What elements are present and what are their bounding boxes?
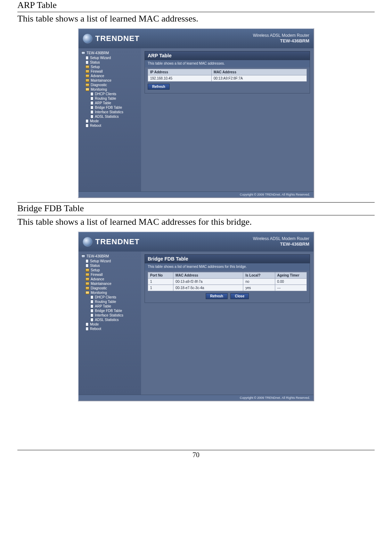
- nav-item-diagnostic[interactable]: Diagnostic: [81, 83, 139, 87]
- nav-item-reboot[interactable]: Reboot: [81, 123, 139, 128]
- nav-tree: TEW-436BRM Setup Wizard Status Setup Fir…: [79, 252, 141, 395]
- refresh-button[interactable]: Refresh: [148, 84, 170, 90]
- file-icon: [85, 56, 89, 60]
- nav-label: Monitoring: [91, 291, 107, 295]
- nav-item-reboot[interactable]: Reboot: [81, 327, 139, 331]
- fdb-col-mac: MAC Address: [173, 272, 243, 279]
- folder-icon: [85, 74, 89, 77]
- file-icon: [90, 300, 93, 304]
- fdb-port-cell: 1: [148, 279, 173, 285]
- fdb-port-cell: 1: [148, 285, 173, 291]
- router-header: TRENDNET Wireless ADSL Modem Router TEW-…: [79, 29, 313, 48]
- nav-item-firewall[interactable]: Firewall: [81, 272, 139, 277]
- brand-model: TEW-436BRM: [253, 38, 309, 44]
- folder-icon: [85, 79, 89, 82]
- pc-icon: [81, 51, 85, 55]
- section-desc-arp: This table shows a list of learned MAC a…: [17, 14, 375, 24]
- nav-sub-routing-table[interactable]: Routing Table: [81, 299, 139, 304]
- nav-item-setup-wizard[interactable]: Setup Wizard: [81, 259, 139, 263]
- nav-item-maintainance[interactable]: Maintainance: [81, 78, 139, 83]
- arp-ip-cell: 192.168.10.45: [148, 75, 212, 82]
- nav-label: Setup: [91, 268, 100, 272]
- nav-item-firewall[interactable]: Firewall: [81, 69, 139, 74]
- nav-label: Mode: [90, 119, 99, 123]
- screenshot-arp: TRENDNET Wireless ADSL Modem Router TEW-…: [78, 28, 314, 198]
- panel-desc-arp: This table shows a list of learned MAC a…: [145, 60, 310, 67]
- nav-sub-adsl-statistics[interactable]: ADSL Statistics: [81, 114, 139, 119]
- nav-sub-adsl-statistics[interactable]: ADSL Statistics: [81, 318, 139, 322]
- nav-root[interactable]: TEW-436BRM: [81, 51, 139, 55]
- globe-icon: [83, 237, 92, 247]
- nav-label: Routing Table: [95, 97, 116, 100]
- folder-open-icon: [85, 88, 89, 91]
- nav-item-setup[interactable]: Setup: [81, 65, 139, 69]
- nav-label: Maintainance: [91, 79, 111, 82]
- nav-item-setup-wizard[interactable]: Setup Wizard: [81, 56, 139, 60]
- nav-item-advance[interactable]: Advance: [81, 277, 139, 281]
- nav-label: DHCP Clients: [95, 92, 116, 96]
- nav-item-advance[interactable]: Advance: [81, 74, 139, 78]
- nav-label: Status: [90, 264, 100, 268]
- main-panel-arp: ARP Table This table shows a list of lea…: [141, 48, 313, 191]
- file-icon: [85, 119, 89, 123]
- close-button[interactable]: Close: [230, 293, 249, 299]
- arp-table: IP Address MAC Address 192.168.10.45 00:…: [148, 69, 307, 82]
- nav-sub-dhcp-clients[interactable]: DHCP Clients: [81, 295, 139, 299]
- nav-tree: TEW-436BRM Setup Wizard Status Setup Fir…: [79, 48, 141, 191]
- section-title-fdb: Bridge FDB Table: [17, 203, 375, 215]
- table-row: 1 00-18-e7-5c-3c-4a yes ---: [148, 285, 307, 291]
- nav-label: Bridge FDB Table: [95, 106, 122, 109]
- nav-item-monitoring[interactable]: Monitoring: [81, 87, 139, 92]
- file-icon: [85, 259, 89, 263]
- folder-icon: [85, 278, 89, 281]
- nav-label: Monitoring: [91, 88, 107, 91]
- nav-sub-interface-statistics[interactable]: Interface Statistics: [81, 313, 139, 318]
- nav-sub-dhcp-clients[interactable]: DHCP Clients: [81, 92, 139, 96]
- brand-logo: TRENDNET: [83, 237, 140, 247]
- fdb-local-cell: yes: [243, 285, 275, 291]
- fdb-table: Port No MAC Address Is Local? Ageing Tim…: [148, 272, 307, 291]
- table-row: 1 00-13-a9-f2-8f-7a no 0.00: [148, 279, 307, 285]
- nav-item-maintainance[interactable]: Maintainance: [81, 281, 139, 286]
- nav-item-monitoring[interactable]: Monitoring: [81, 290, 139, 295]
- folder-icon: [85, 65, 89, 68]
- refresh-button[interactable]: Refresh: [206, 293, 228, 299]
- nav-item-status[interactable]: Status: [81, 60, 139, 65]
- main-panel-fdb: Bridge FDB Table This table shows a list…: [141, 252, 313, 395]
- nav-item-mode[interactable]: Mode: [81, 322, 139, 327]
- nav-label: DHCP Clients: [95, 295, 116, 299]
- router-footer: Copyright © 2009 TRENDnet. All Rights Re…: [79, 395, 313, 401]
- file-icon: [90, 313, 93, 317]
- panel-title-arp: ARP Table: [145, 51, 310, 60]
- brand-name: TRENDNET: [95, 237, 140, 246]
- folder-icon: [85, 287, 89, 290]
- nav-sub-routing-table[interactable]: Routing Table: [81, 96, 139, 101]
- fdb-ageing-cell: ---: [275, 285, 307, 291]
- nav-item-setup[interactable]: Setup: [81, 268, 139, 272]
- folder-icon: [85, 282, 89, 285]
- fdb-col-ageing: Ageing Timer: [275, 272, 307, 279]
- nav-label: Routing Table: [95, 300, 116, 304]
- file-icon: [90, 97, 93, 100]
- brand-model: TEW-436BRM: [253, 241, 309, 247]
- nav-item-status[interactable]: Status: [81, 263, 139, 268]
- globe-icon: [83, 34, 92, 43]
- brand-product: Wireless ADSL Modem Router: [253, 236, 309, 242]
- file-icon: [90, 115, 93, 118]
- file-icon: [85, 264, 89, 268]
- table-row: 192.168.10.45 00:13:A9:F2:8F:7A: [148, 75, 307, 82]
- nav-label: Firewall: [91, 69, 103, 73]
- nav-sub-arp-table[interactable]: ARP Table: [81, 101, 139, 105]
- nav-item-mode[interactable]: Mode: [81, 119, 139, 123]
- nav-root[interactable]: TEW-436BRM: [81, 254, 139, 258]
- nav-item-diagnostic[interactable]: Diagnostic: [81, 286, 139, 290]
- nav-sub-interface-statistics[interactable]: Interface Statistics: [81, 110, 139, 114]
- nav-sub-bridge-fdb-table[interactable]: Bridge FDB Table: [81, 105, 139, 110]
- folder-icon: [85, 273, 89, 276]
- file-icon: [85, 124, 89, 127]
- section-divider: [17, 202, 375, 203]
- nav-sub-bridge-fdb-table[interactable]: Bridge FDB Table: [81, 308, 139, 313]
- nav-label: Reboot: [90, 327, 101, 331]
- nav-sub-arp-table[interactable]: ARP Table: [81, 304, 139, 308]
- arp-mac-cell: 00:13:A9:F2:8F:7A: [211, 75, 307, 82]
